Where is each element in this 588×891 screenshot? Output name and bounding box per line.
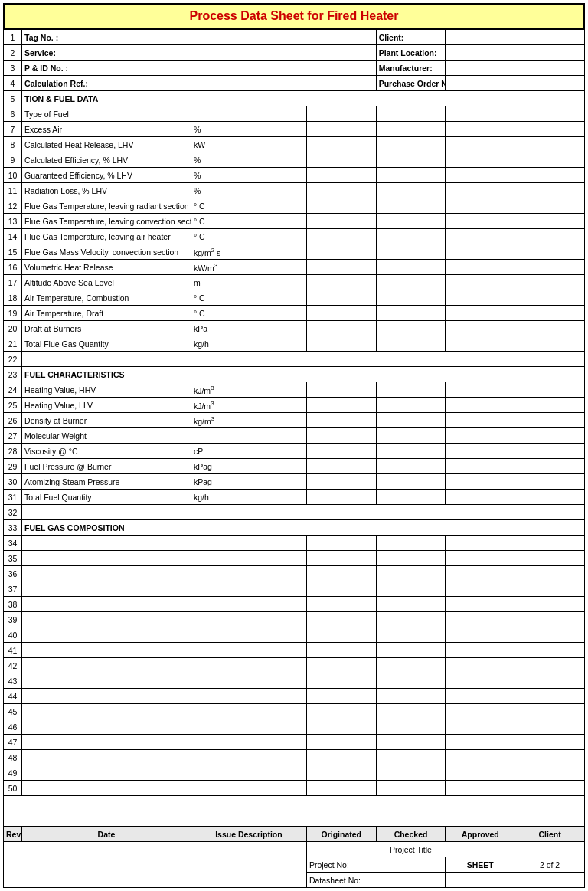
unit-cell: ° C <box>191 290 237 306</box>
data-cell <box>306 183 376 198</box>
data-cell <box>237 306 307 321</box>
data-cell <box>515 382 585 398</box>
client-value <box>446 30 585 45</box>
data-cell <box>446 198 515 214</box>
row-label: Flue Gas Mass Velocity, convection secti… <box>22 244 191 260</box>
data-cell <box>306 290 376 306</box>
unit-cell: m <box>191 275 237 290</box>
list-item: 16 Volumetric Heat Release kW/m3 <box>4 260 585 275</box>
data-cell <box>306 382 376 398</box>
row-label: Guaranteed Efficiency, % LHV <box>22 168 191 183</box>
unit-cell: kPag <box>191 474 237 490</box>
data-cell <box>446 336 515 352</box>
list-item: 9 Calculated Efficiency, % LHV % <box>4 152 585 168</box>
data-cell <box>376 382 446 398</box>
data-cell <box>376 474 446 490</box>
data-cell <box>306 459 376 474</box>
main-table: 1 Tag No. : Client: 2 Service: Plant Loc… <box>3 29 585 888</box>
row-label: Calculated Heat Release, LHV <box>22 137 191 152</box>
data-cell <box>446 260 515 275</box>
data-cell <box>376 336 446 352</box>
data-cell <box>306 229 376 244</box>
data-cell <box>306 137 376 152</box>
checked-label: Checked <box>376 827 446 842</box>
list-item: 46 <box>4 719 585 735</box>
unit-cell: % <box>191 168 237 183</box>
data-cell <box>376 306 446 321</box>
data-cell <box>376 244 446 260</box>
data-cell <box>515 444 585 459</box>
project-title-row: Project Title <box>4 842 585 857</box>
data-cell <box>237 459 307 474</box>
data-cell <box>446 444 515 459</box>
data-cell <box>515 198 585 214</box>
row-num: 5 <box>4 91 22 106</box>
section2-header-label: FUEL CHARACTERISTICS <box>22 367 585 382</box>
data-cell <box>306 106 376 122</box>
list-item: 7 Excess Air % <box>4 122 585 137</box>
row-label: Density at Burner <box>22 413 191 428</box>
row-label: Molecular Weight <box>22 428 191 444</box>
sheet-title: Process Data Sheet for Fired Heater <box>3 3 585 29</box>
data-cell <box>515 413 585 428</box>
data-cell <box>376 275 446 290</box>
data-cell <box>376 321 446 336</box>
data-cell <box>306 336 376 352</box>
row-label: Type of Fuel <box>22 106 237 122</box>
data-cell <box>515 398 585 413</box>
row-label: Viscosity @ °C <box>22 444 191 459</box>
data-cell <box>515 459 585 474</box>
list-item: 38 <box>4 597 585 612</box>
tag-no-value <box>237 30 377 45</box>
data-cell <box>515 122 585 137</box>
plant-location-label: Plant Location: <box>376 45 446 61</box>
data-cell <box>515 152 585 168</box>
data-cell <box>446 122 515 137</box>
data-cell <box>237 152 307 168</box>
data-cell <box>376 198 446 214</box>
list-item: 35 <box>4 551 585 566</box>
unit-cell: kg/h <box>191 490 237 505</box>
row-label: Atomizing Steam Pressure <box>22 474 191 490</box>
data-cell <box>446 306 515 321</box>
pid-label: P & ID No. : <box>22 61 237 76</box>
list-item: 29 Fuel Pressure @ Burner kPag <box>4 459 585 474</box>
unit-cell: ° C <box>191 229 237 244</box>
data-cell <box>306 398 376 413</box>
data-cell <box>306 321 376 336</box>
section1-header-label: TION & FUEL DATA <box>22 91 585 106</box>
project-title-label: Project Title <box>306 842 514 857</box>
data-cell <box>515 214 585 229</box>
data-cell <box>446 168 515 183</box>
row-label: Air Temperature, Draft <box>22 306 191 321</box>
row-label: Volumetric Heat Release <box>22 260 191 275</box>
list-item: 48 <box>4 750 585 765</box>
originated-label: Originated <box>306 827 376 842</box>
manufacturer-value <box>446 61 585 76</box>
data-cell <box>237 490 307 505</box>
datasheet-no-value <box>446 873 515 888</box>
sheet-value: 2 of 2 <box>515 857 585 873</box>
data-cell <box>237 398 307 413</box>
section3-header-row: 33 FUEL GAS COMPOSITION <box>4 520 585 536</box>
section2-header-row: 23 FUEL CHARACTERISTICS <box>4 367 585 382</box>
data-cell <box>376 214 446 229</box>
header-row-1: 1 Tag No. : Client: <box>4 30 585 45</box>
data-cell <box>376 137 446 152</box>
data-cell <box>237 428 307 444</box>
data-cell <box>306 428 376 444</box>
row-label: Radiation Loss, % LHV <box>22 183 191 198</box>
row-label: Total Flue Gas Quantity <box>22 336 191 352</box>
data-cell <box>515 183 585 198</box>
data-cell <box>515 428 585 444</box>
data-cell <box>237 413 307 428</box>
list-item: 19 Air Temperature, Draft ° C <box>4 306 585 321</box>
sheet-wrapper: Process Data Sheet for Fired Heater 1 Ta… <box>0 0 588 891</box>
data-cell <box>515 106 585 122</box>
data-cell <box>306 474 376 490</box>
po-value <box>446 76 585 91</box>
data-cell <box>237 214 307 229</box>
data-cell <box>515 260 585 275</box>
data-cell <box>237 122 307 137</box>
row-label: Fuel Pressure @ Burner <box>22 459 191 474</box>
